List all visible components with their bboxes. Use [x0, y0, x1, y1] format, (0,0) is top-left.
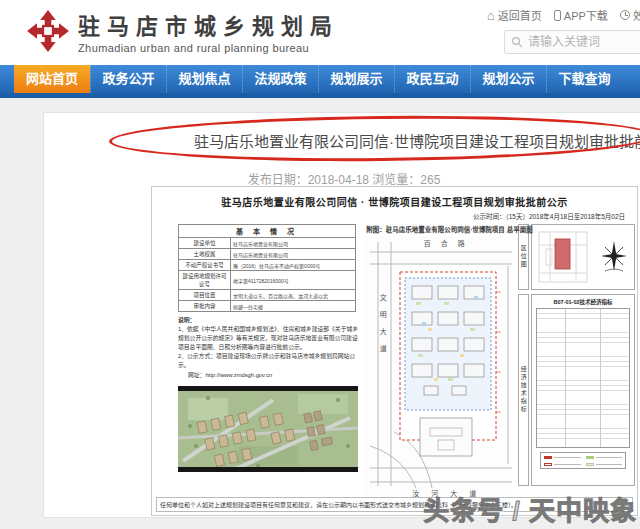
notice-document-image: 驻马店乐地置业有限公司同信 · 世博院项目建设工程项目规划审批批前公示 公示时间… [151, 186, 638, 516]
search-box[interactable] [504, 30, 640, 54]
nav-item-home[interactable]: 网站首页 [14, 65, 90, 93]
doc-right-column: 区位图 [518, 224, 635, 506]
doc-left-column: 基 本 情 况 建设单位 驻马店乐地置业有限公司 土地权属 驻马店乐地置业有限公… [178, 224, 362, 506]
econ-table-title: B07-01-02技术经济指标 [534, 298, 632, 306]
doc-columns: 基 本 情 况 建设单位 驻马店乐地置业有限公司 土地权属 驻马店乐地置业有限公… [178, 224, 635, 506]
notes-title: 说明： [178, 317, 195, 323]
basic-info-table: 基 本 情 况 建设单位 驻马店乐地置业有限公司 土地权属 驻马店乐地置业有限公… [178, 224, 356, 312]
nav-item-planning-focus[interactable]: 规划焦点 [166, 65, 242, 93]
doc-publicity-period: 公示时间：（15天）2018年4月18日至2018年5月02日 [152, 211, 637, 221]
street-label-top: 百合路 [404, 238, 494, 248]
nav-item-interaction[interactable]: 政民互动 [394, 65, 470, 93]
location-map-section: 区位图 [518, 224, 635, 290]
legend-item [586, 462, 622, 466]
doc-title: 驻马店乐地置业有限公司同信 · 世博院项目建设工程项目规划审批批前公示 [152, 194, 637, 209]
truncated-link-label: 效 [633, 7, 640, 23]
nav-item-downloads[interactable]: 下载查询 [546, 65, 622, 93]
location-map-label: 区位图 [518, 224, 529, 290]
home-link[interactable]: ⌂ 返回首页 [487, 7, 542, 23]
nav-item-planning-display[interactable]: 规划展示 [318, 65, 394, 93]
location-map-box [531, 224, 635, 290]
home-icon: ⌂ [487, 10, 495, 21]
table-row: 项目位置 文明大道以东、百合路以南、汝河大道以北 [179, 290, 356, 301]
site-plan-drawing [364, 236, 514, 494]
site-subtitle: Zhumadian urban and rural planning burea… [78, 42, 339, 54]
location-map [538, 231, 588, 283]
app-download-label: APP下载 [564, 7, 608, 23]
note-line-1: 1、依据《中华人民共和国城乡规划法》、住房和城乡建设部《关于城乡规划公开公示的规… [178, 325, 360, 352]
home-link-label: 返回首页 [498, 7, 542, 23]
main-nav: 网站首页 政务公开 规划焦点 法规政策 规划展示 政民互动 规划公示 下载查询 [0, 65, 640, 93]
brand-block: 驻马店市城乡规划局 Zhumadian urban and rural plan… [78, 8, 339, 54]
search-input[interactable] [528, 35, 636, 49]
search-icon [511, 36, 523, 48]
bureau-logo-icon [26, 9, 70, 53]
plan-legend [540, 452, 626, 469]
table-row: 建设用地规划许可证号 地字第4117282016000号 [179, 271, 356, 290]
note-line-2: 2、公示方式：项目建设现场公示牌公示和驻马店市城乡规划局网站公示。 [178, 352, 360, 370]
site-title: 驻马店市城乡规划局 [78, 8, 339, 40]
basic-info-header: 基 本 情 况 [179, 225, 356, 238]
truncated-link[interactable]: 效 [620, 7, 640, 23]
table-row: 不动产权证书号 豫（2016）驻马店市不动产权第0000号 [179, 260, 356, 271]
attachment-caption: 附图：驻马店乐地置业有限公司同信·世博院项目 总平面图 [366, 224, 516, 234]
doc-notes: 说明： 1、依据《中华人民共和国城乡规划法》、住房和城乡建设部《关于城乡规划公开… [178, 316, 360, 380]
site-header: 驻马店市城乡规划局 Zhumadian urban and rural plan… [0, 0, 640, 65]
doc-middle-column: 附图：驻马店乐地置业有限公司同信·世博院项目 总平面图 [364, 224, 516, 506]
compass-icon [600, 240, 628, 274]
phone-icon [554, 10, 561, 21]
doc-website: 网址：http://www.zmdsgh.gov.cn [178, 371, 360, 380]
article-card: 驻马店乐地置业有限公司同信·世博院项目建设工程项目规划审批批前公示 发布日期：2… [43, 112, 640, 518]
doc-footer-note: 任何单位和个人如对上述规划建设项目有任何意见和建议，请在公示期内以书面形式送交市… [156, 497, 633, 512]
econ-indicators-label: 经济技术指标 [518, 294, 529, 486]
table-row: 建设单位 驻马店乐地置业有限公司 [179, 238, 356, 249]
table-row: 审批内容 拟建—住宅楼 [179, 301, 356, 312]
content-area: 驻马店乐地置业有限公司同信·世博院项目建设工程项目规划审批批前公示 发布日期：2… [0, 98, 640, 529]
nav-item-gov-disclosure[interactable]: 政务公开 [90, 65, 166, 93]
nav-item-regulations[interactable]: 法规政策 [242, 65, 318, 93]
street-label-left: 文明大道 [377, 294, 387, 362]
article-meta: 发布日期：2018-04-18 浏览量：265 [44, 170, 640, 187]
econ-indicators-box: B07-01-02技术经济指标 [531, 294, 635, 486]
quick-links: ⌂ 返回首页 APP下载 效 [487, 7, 640, 23]
legend-item [544, 462, 580, 466]
legend-item [586, 455, 622, 459]
nav-item-planning-notice[interactable]: 规划公示 [470, 65, 546, 93]
table-row: 土地权属 驻马店乐地置业有限公司 [179, 249, 356, 260]
clock-icon [620, 10, 630, 20]
econ-indicators-section: 经济技术指标 B07-01-02技术经济指标 [518, 294, 635, 486]
legend-item [544, 455, 580, 459]
article-title: 驻马店乐地置业有限公司同信·世博院项目建设工程项目规划审批批前公示 [184, 130, 640, 151]
aerial-rendering-image [178, 386, 358, 472]
app-download-link[interactable]: APP下载 [554, 7, 608, 23]
econ-indicators-table [536, 308, 630, 448]
